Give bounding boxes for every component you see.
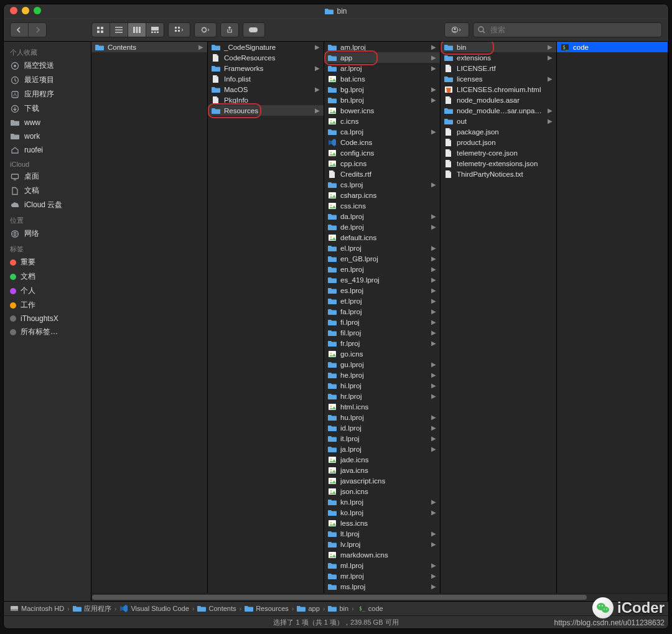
path-segment[interactable]: Resources	[245, 604, 289, 613]
file-row[interactable]: Contents▶	[91, 42, 207, 52]
share-button[interactable]	[220, 22, 239, 37]
file-row[interactable]: ml.lproj▶	[324, 560, 440, 571]
sidebar-item[interactable]: 工作	[4, 298, 91, 312]
action-button[interactable]	[194, 22, 217, 37]
sidebar-item[interactable]: 个人	[4, 284, 91, 298]
file-row[interactable]: telemetry-core.json	[441, 147, 556, 158]
file-row[interactable]: Code.icns	[324, 137, 440, 147]
file-row[interactable]: node_modules.asar	[441, 95, 556, 105]
file-row[interactable]: mr.lproj▶	[324, 571, 440, 581]
file-row[interactable]: go.icns	[324, 348, 440, 359]
file-row[interactable]: Info.plist	[208, 73, 324, 84]
file-row[interactable]: PkgInfo	[208, 95, 324, 105]
sidebar-item[interactable]: 最近项目	[4, 73, 91, 87]
file-row[interactable]: default.icns	[324, 232, 440, 243]
sidebar-item[interactable]: iCloud 云盘	[4, 198, 91, 212]
sidebar-item[interactable]: 文稿	[4, 184, 91, 198]
scrollbar-thumb[interactable]	[92, 595, 587, 600]
file-row[interactable]: code	[557, 42, 668, 52]
sidebar-item[interactable]: work	[4, 129, 91, 143]
sidebar-item[interactable]: 隔空投送	[4, 58, 91, 73]
search-input[interactable]	[489, 25, 658, 35]
sidebar-item[interactable]: 网络	[4, 226, 91, 241]
file-row[interactable]: ThirdPartyNotices.txt	[441, 169, 556, 179]
file-row[interactable]: css.icns	[324, 200, 440, 211]
file-row[interactable]: el.lproj▶	[324, 243, 440, 253]
file-row[interactable]: package.json	[441, 126, 556, 137]
file-row[interactable]: Resources▶	[208, 105, 324, 116]
file-row[interactable]: hi.lproj▶	[324, 380, 440, 391]
path-segment[interactable]: Contents	[197, 604, 236, 613]
file-row[interactable]: markdown.icns	[324, 549, 440, 560]
file-row[interactable]: lt.lproj▶	[324, 528, 440, 539]
file-row[interactable]: bn.lproj▶	[324, 95, 440, 105]
file-row[interactable]: lv.lproj▶	[324, 539, 440, 549]
file-row[interactable]: Credits.rtf	[324, 169, 440, 179]
file-row[interactable]: licenses▶	[441, 73, 556, 84]
file-row[interactable]: fa.lproj▶	[324, 306, 440, 317]
sidebar-item[interactable]: www	[4, 116, 91, 129]
path-segment[interactable]: app	[297, 604, 319, 613]
file-row[interactable]: c.icns	[324, 116, 440, 126]
file-row[interactable]: cs.lproj▶	[324, 179, 440, 190]
file-row[interactable]: bin▶	[441, 42, 556, 52]
file-row[interactable]: bg.lproj▶	[324, 84, 440, 95]
file-row[interactable]: html.icns	[324, 401, 440, 412]
file-row[interactable]: ca.lproj▶	[324, 126, 440, 137]
file-row[interactable]: bat.icns	[324, 73, 440, 84]
file-row[interactable]: out▶	[441, 116, 556, 126]
file-row[interactable]: Frameworks▶	[208, 63, 324, 73]
file-row[interactable]: et.lproj▶	[324, 296, 440, 306]
file-row[interactable]: ko.lproj▶	[324, 507, 440, 518]
file-row[interactable]: es.lproj▶	[324, 285, 440, 296]
search-field[interactable]	[473, 22, 662, 37]
tags-button[interactable]	[243, 22, 265, 37]
file-row[interactable]: it.lproj▶	[324, 433, 440, 444]
close-button[interactable]	[10, 7, 17, 14]
file-row[interactable]: ja.lproj▶	[324, 444, 440, 454]
file-row[interactable]: hu.lproj▶	[324, 412, 440, 422]
sidebar-item[interactable]: iThoughtsX	[4, 312, 91, 325]
file-row[interactable]: java.icns	[324, 465, 440, 475]
user-button[interactable]	[444, 22, 469, 37]
file-row[interactable]: kn.lproj▶	[324, 496, 440, 507]
sidebar-item[interactable]: 所有标签…	[4, 325, 91, 339]
view-icon-button[interactable]	[92, 23, 110, 37]
sidebar-item[interactable]: 重要	[4, 255, 91, 269]
minimize-button[interactable]	[22, 7, 29, 14]
file-row[interactable]: product.json	[441, 137, 556, 147]
maximize-button[interactable]	[34, 7, 41, 14]
back-button[interactable]	[11, 23, 29, 37]
path-segment[interactable]: bin	[328, 604, 348, 613]
file-row[interactable]: LICENSES.chromium.html	[441, 84, 556, 95]
file-row[interactable]: da.lproj▶	[324, 211, 440, 221]
sidebar-item[interactable]: 应用程序	[4, 87, 91, 101]
file-row[interactable]: json.icns	[324, 486, 440, 496]
file-row[interactable]: less.icns	[324, 518, 440, 528]
file-row[interactable]: fil.lproj▶	[324, 327, 440, 338]
file-row[interactable]: he.lproj▶	[324, 370, 440, 380]
file-row[interactable]: jade.icns	[324, 454, 440, 465]
file-row[interactable]: LICENSE.rtf	[441, 63, 556, 73]
view-columns-button[interactable]	[128, 23, 146, 37]
file-row[interactable]: fr.lproj▶	[324, 338, 440, 348]
file-row[interactable]: cpp.icns	[324, 158, 440, 169]
file-row[interactable]: _CodeSignature▶	[208, 42, 324, 52]
file-row[interactable]: en.lproj▶	[324, 264, 440, 274]
file-row[interactable]: app▶	[324, 52, 440, 63]
sidebar-item[interactable]: 下载	[4, 101, 91, 116]
file-row[interactable]: MacOS▶	[208, 84, 324, 95]
file-row[interactable]: telemetry-extensions.json	[441, 158, 556, 169]
view-gallery-button[interactable]	[146, 23, 164, 37]
horizontal-scrollbar[interactable]	[92, 593, 667, 601]
forward-button[interactable]	[29, 23, 46, 37]
file-row[interactable]: extensions▶	[441, 52, 556, 63]
file-row[interactable]: csharp.icns	[324, 190, 440, 200]
sidebar-item[interactable]: 文档	[4, 269, 91, 284]
view-list-button[interactable]	[110, 23, 128, 37]
file-row[interactable]: id.lproj▶	[324, 422, 440, 433]
path-segment[interactable]: Visual Studio Code	[119, 604, 189, 613]
file-row[interactable]: gu.lproj▶	[324, 359, 440, 370]
file-row[interactable]: CodeResources	[208, 52, 324, 63]
file-row[interactable]: javascript.icns	[324, 475, 440, 486]
